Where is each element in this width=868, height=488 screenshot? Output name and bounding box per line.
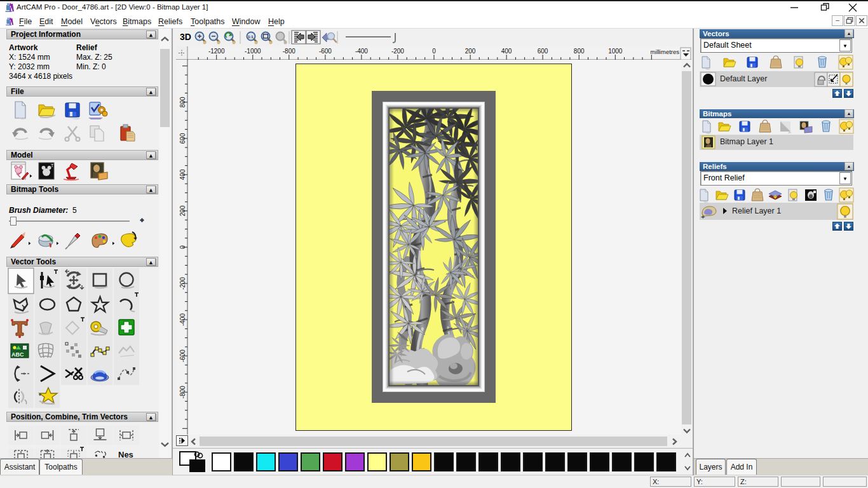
svg-text:-800: -800 [179, 386, 186, 398]
svg-text:600: 600 [538, 48, 548, 55]
svg-text:ABC: ABC [11, 351, 24, 358]
svg-text:400: 400 [179, 169, 186, 180]
svg-text:-200: -200 [179, 277, 186, 290]
svg-text:800: 800 [179, 97, 186, 107]
svg-text:-200: -200 [391, 48, 404, 55]
svg-text:-600: -600 [319, 48, 332, 55]
svg-text:400: 400 [501, 48, 512, 55]
svg-text:1000: 1000 [608, 48, 623, 55]
svg-text:millimetres: millimetres [651, 48, 680, 55]
svg-text:800: 800 [574, 48, 585, 55]
svg-text:200: 200 [179, 205, 186, 216]
svg-text:T: T [51, 163, 54, 168]
svg-text:-400: -400 [355, 48, 368, 55]
svg-text:0: 0 [432, 48, 436, 55]
svg-text:-400: -400 [179, 313, 186, 326]
svg-text:-1000: -1000 [245, 48, 261, 55]
svg-text:0: 0 [179, 245, 186, 249]
svg-text:1:1: 1:1 [248, 35, 254, 39]
svg-text:-1200: -1200 [208, 48, 225, 55]
svg-text:200: 200 [465, 48, 476, 55]
svg-text:-600: -600 [179, 349, 186, 362]
svg-text:-800: -800 [283, 48, 295, 55]
svg-text:+: + [701, 213, 705, 220]
svg-text:600: 600 [179, 133, 186, 144]
